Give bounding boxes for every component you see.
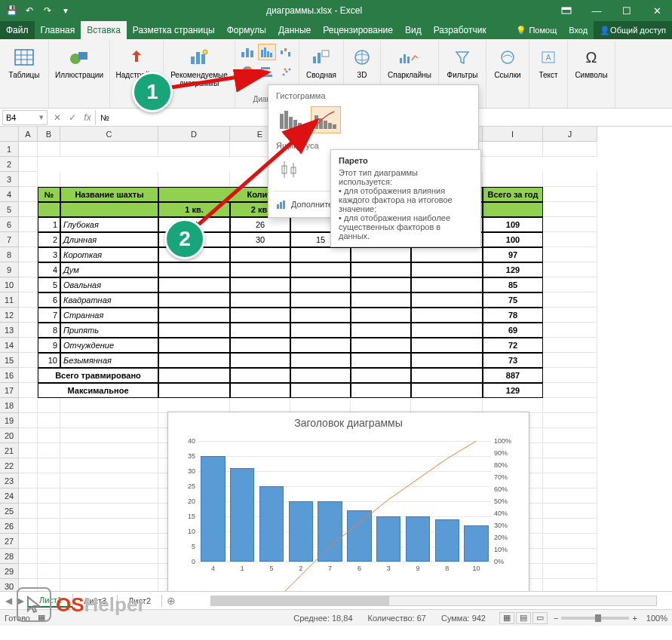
svg-point-30 bbox=[284, 69, 287, 71]
sparklines-button[interactable]: Спарклайны bbox=[384, 42, 435, 79]
globe-icon bbox=[350, 45, 374, 69]
tab-home[interactable]: Главная bbox=[35, 21, 81, 39]
svg-point-28 bbox=[286, 71, 288, 73]
view-normal-button[interactable]: ▦ bbox=[499, 612, 514, 624]
svg-rect-13 bbox=[241, 52, 244, 57]
tab-review[interactable]: Рецензирование bbox=[317, 21, 399, 39]
qat-more-icon[interactable]: ▾ bbox=[59, 4, 72, 17]
status-average: Среднее: 18,84 bbox=[293, 614, 352, 623]
zoom-slider[interactable] bbox=[561, 617, 629, 620]
titlebar: 💾 ↶ ↷ ▾ диаграммы.xlsx - Excel — ☐ ✕ bbox=[0, 0, 672, 21]
3d-map-button[interactable]: 3D bbox=[347, 42, 377, 79]
svg-rect-37 bbox=[400, 58, 402, 63]
minimize-icon[interactable]: — bbox=[581, 0, 612, 21]
svg-rect-20 bbox=[281, 51, 283, 54]
fx-icon[interactable]: fx bbox=[80, 110, 95, 125]
svg-rect-10 bbox=[196, 52, 200, 64]
svg-line-60 bbox=[166, 72, 268, 88]
select-all-corner[interactable] bbox=[0, 127, 19, 142]
status-sum: Сумма: 942 bbox=[441, 614, 486, 623]
zoom-in-button[interactable]: + bbox=[632, 614, 637, 623]
horizontal-scrollbar[interactable] bbox=[210, 596, 657, 606]
add-sheet-button[interactable]: ⊕ bbox=[162, 595, 180, 607]
svg-rect-52 bbox=[333, 124, 336, 129]
tab-help[interactable]: 💡 Помощ bbox=[510, 21, 563, 39]
svg-point-12 bbox=[203, 50, 207, 54]
filters-button[interactable]: Фильтры bbox=[442, 42, 483, 79]
svg-rect-17 bbox=[264, 47, 266, 57]
svg-rect-8 bbox=[78, 52, 87, 60]
zoom-out-button[interactable]: − bbox=[554, 614, 558, 623]
ribbon-options-icon[interactable] bbox=[551, 0, 581, 21]
pivotchart-button[interactable]: Сводная bbox=[302, 42, 340, 79]
svg-rect-19 bbox=[270, 53, 272, 57]
tab-insert[interactable]: Вставка bbox=[81, 21, 127, 39]
close-icon[interactable]: ✕ bbox=[642, 0, 672, 21]
tab-data[interactable]: Данные bbox=[272, 21, 317, 39]
recommended-chart-icon bbox=[187, 45, 211, 69]
save-icon[interactable]: 💾 bbox=[5, 4, 18, 17]
svg-rect-22 bbox=[288, 52, 290, 57]
x-axis: 41527639810 bbox=[198, 565, 491, 578]
y-axis-right: 0%10%20%30%40%50%60%70%80%90%100% bbox=[492, 441, 529, 562]
svg-point-29 bbox=[289, 69, 291, 71]
maximize-icon[interactable]: ☐ bbox=[612, 0, 642, 21]
chart-scatter-button[interactable] bbox=[278, 63, 296, 80]
illustrations-button[interactable]: Иллюстрации bbox=[52, 42, 106, 79]
badge-2: 2 bbox=[164, 219, 205, 259]
ribbon-group-tables: Таблицы bbox=[0, 41, 49, 108]
undo-icon[interactable]: ↶ bbox=[23, 4, 36, 17]
addins-icon bbox=[124, 45, 149, 69]
chart-waterfall-button[interactable] bbox=[278, 44, 296, 60]
chart-column-button[interactable] bbox=[238, 44, 256, 60]
tab-view[interactable]: Вид bbox=[399, 21, 428, 39]
embedded-chart[interactable]: Заголовок диаграммы 0510152025303540 0%1… bbox=[167, 412, 529, 591]
tab-file[interactable]: Файл bbox=[0, 21, 35, 39]
tables-button[interactable]: Таблицы bbox=[3, 42, 45, 79]
svg-rect-32 bbox=[318, 53, 321, 63]
cancel-icon[interactable]: ✕ bbox=[50, 110, 65, 125]
enter-icon[interactable]: ✓ bbox=[65, 110, 80, 125]
name-box[interactable]: B4▾ bbox=[2, 110, 48, 125]
symbols-button[interactable]: Ω Символы bbox=[571, 42, 612, 79]
badge-1: 1 bbox=[132, 72, 173, 112]
svg-rect-38 bbox=[404, 54, 406, 63]
redo-icon[interactable]: ↷ bbox=[41, 4, 54, 17]
view-pagebreak-button[interactable]: ▭ bbox=[532, 612, 548, 624]
cursor-icon bbox=[17, 587, 51, 622]
ribbon-group-links: Ссылки bbox=[486, 41, 529, 108]
tab-share[interactable]: 👤 Общий доступ bbox=[594, 21, 672, 39]
tab-formulas[interactable]: Формулы bbox=[221, 21, 272, 39]
plot-area bbox=[198, 441, 491, 562]
text-button[interactable]: A Текст bbox=[532, 42, 564, 79]
sparkline-icon bbox=[397, 45, 422, 69]
lightbulb-icon: 💡 bbox=[516, 26, 526, 35]
svg-line-61 bbox=[192, 121, 317, 230]
arrow-1 bbox=[162, 69, 275, 92]
omega-icon: Ω bbox=[579, 45, 603, 69]
svg-rect-14 bbox=[246, 48, 249, 57]
ribbon-group-symbols: Ω Символы bbox=[568, 41, 615, 108]
y-axis-left: 0510152025303540 bbox=[168, 441, 197, 562]
shapes-icon bbox=[67, 45, 91, 69]
ribbon-group-text: A Текст bbox=[529, 41, 568, 108]
menubar: Файл Главная Вставка Разметка страницы Ф… bbox=[0, 21, 672, 39]
sheet-prev-button[interactable]: ◀ bbox=[3, 594, 14, 608]
links-button[interactable]: Ссылки bbox=[489, 42, 526, 79]
view-pagelayout-button[interactable]: ▤ bbox=[516, 612, 531, 624]
filter-icon bbox=[450, 45, 474, 69]
svg-rect-39 bbox=[407, 57, 410, 63]
hyperlink-icon bbox=[496, 45, 520, 69]
tab-pagelayout[interactable]: Разметка страницы bbox=[127, 21, 221, 39]
svg-rect-2 bbox=[15, 50, 33, 65]
watermark: OSHelper bbox=[17, 587, 146, 622]
textbox-icon: A bbox=[536, 45, 560, 69]
status-count: Количество: 67 bbox=[368, 614, 426, 623]
svg-rect-15 bbox=[250, 51, 253, 57]
row-headers[interactable]: 1234567891011121314151617181920212223242… bbox=[0, 142, 19, 591]
svg-rect-51 bbox=[328, 123, 332, 129]
svg-rect-33 bbox=[322, 51, 329, 57]
tab-login[interactable]: Вход bbox=[563, 21, 594, 39]
chart-histogram-button[interactable] bbox=[258, 44, 276, 60]
tab-developer[interactable]: Разработчик bbox=[428, 21, 492, 39]
